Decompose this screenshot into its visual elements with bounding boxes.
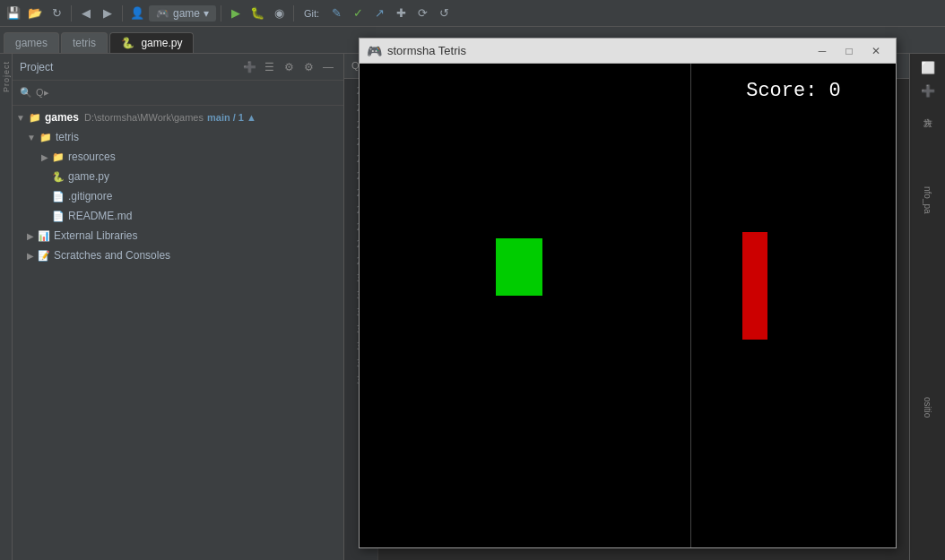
project-list-btn[interactable]: ☰ xyxy=(261,59,277,75)
left-panel-strip: Project xyxy=(0,54,13,560)
tetris-minimize-btn[interactable]: ─ xyxy=(810,42,835,60)
tab-tetris[interactable]: tetris xyxy=(61,32,108,53)
right-panel-add-btn[interactable]: ➕ xyxy=(918,81,938,100)
tree-tetris-folder[interactable]: ▼ 📁 tetris xyxy=(13,127,343,147)
back-icon[interactable]: ◀ xyxy=(76,4,96,23)
project-panel-title: Project xyxy=(20,61,238,73)
tree-resources-label: resources xyxy=(68,151,116,163)
tab-gamepy-label: game.py xyxy=(141,37,182,49)
project-vertical-tab[interactable]: Project xyxy=(2,61,11,92)
file-tree: ▼ 📁 games D:\stormsha\MWork\games main /… xyxy=(13,106,343,560)
game-dropdown-icon: 🎮 xyxy=(156,7,169,20)
tetris-window-buttons: ─ □ ✕ xyxy=(810,42,889,60)
toolbar-sep-3 xyxy=(221,5,221,22)
tetris-title-icon: 🎮 xyxy=(367,44,382,58)
tab-games[interactable]: games xyxy=(4,32,59,53)
tree-resources-folder[interactable]: ▶ 📁 resources xyxy=(13,147,343,167)
tree-root-games-arrow: ▼ xyxy=(16,113,25,123)
tree-gitignore[interactable]: ▶ 📄 .gitignore xyxy=(13,186,343,206)
tree-gitignore-label: .gitignore xyxy=(68,190,112,202)
tetris-info-area: Score: 0 xyxy=(691,64,896,547)
tree-external-libs-icon: 📊 xyxy=(38,230,50,242)
game-dropdown-arrow: ▾ xyxy=(204,7,209,20)
tree-external-libs-arrow: ▶ xyxy=(27,231,34,241)
tetris-maximize-btn[interactable]: □ xyxy=(837,42,862,60)
project-add-btn[interactable]: ➕ xyxy=(241,59,257,75)
tetris-titlebar[interactable]: 🎮 stormsha Tetris ─ □ ✕ xyxy=(360,39,896,64)
tree-scratches[interactable]: ▶ 📝 Scratches and Consoles xyxy=(13,246,343,265)
tetris-red-block xyxy=(742,232,767,340)
coverage-icon[interactable]: ◉ xyxy=(269,4,289,23)
vcs-check-icon[interactable]: ✓ xyxy=(348,4,368,23)
tetris-green-block xyxy=(496,238,542,296)
tree-external-libs-label: External Libraries xyxy=(54,229,137,242)
run-icon[interactable]: ▶ xyxy=(226,4,246,23)
tetris-score: Score: 0 xyxy=(746,80,841,102)
search-icon: 🔍 xyxy=(20,87,32,99)
right-panel-expand-btn[interactable]: ⬜ xyxy=(918,57,938,77)
tree-root-games[interactable]: ▼ 📁 games D:\stormsha\MWork\games main /… xyxy=(13,108,343,127)
toolbar-sep-2 xyxy=(122,5,123,22)
project-panel-toolbar: Project ➕ ☰ ⚙ ⚙ — xyxy=(13,54,343,81)
tree-external-libs[interactable]: ▶ 📊 External Libraries xyxy=(13,226,343,246)
vcs-edit-icon[interactable]: ✎ xyxy=(326,4,346,23)
tree-scratches-arrow: ▶ xyxy=(27,251,34,261)
tetris-game-area[interactable] xyxy=(360,64,691,547)
vcs-add-icon[interactable]: ✚ xyxy=(391,4,411,23)
user-icon[interactable]: 👤 xyxy=(127,4,147,23)
tree-readme-label: README.md xyxy=(68,210,132,222)
tree-gamepy[interactable]: ▶ 🐍 game.py xyxy=(13,167,343,186)
tree-gamepy-label: game.py xyxy=(68,170,109,183)
forward-icon[interactable]: ▶ xyxy=(98,4,117,23)
open-icon[interactable]: 📂 xyxy=(25,4,45,23)
project-cog-btn[interactable]: ⚙ xyxy=(300,59,316,75)
tree-gitignore-icon: 📄 xyxy=(52,191,65,202)
tetris-title-text: stormsha Tetris xyxy=(387,44,810,57)
tree-readme-icon: 📄 xyxy=(52,211,65,222)
tree-tetris-folder-icon: 📁 xyxy=(39,132,52,143)
tetris-body: Score: 0 xyxy=(360,64,896,547)
project-minimize-btn[interactable]: — xyxy=(320,59,336,75)
toolbar-sep-1 xyxy=(71,5,72,22)
save-icon[interactable]: 💾 xyxy=(4,4,23,23)
refresh-icon[interactable]: ↻ xyxy=(47,4,66,23)
tree-root-games-folder-icon: 📁 xyxy=(29,112,41,124)
tree-root-games-path: D:\stormsha\MWork\games xyxy=(84,112,204,123)
search-hint: Q▸ xyxy=(36,87,49,99)
right-panel: ⬜ ➕ 方块 nfo_pa ositio xyxy=(909,54,945,560)
game-dropdown[interactable]: 🎮 game ▾ xyxy=(149,5,216,22)
tree-resources-folder-icon: 📁 xyxy=(52,151,65,163)
tree-gamepy-icon: 🐍 xyxy=(52,171,65,183)
vcs-revert-icon[interactable]: ↺ xyxy=(434,4,454,23)
tab-games-label: games xyxy=(15,37,48,49)
toolbar-sep-4 xyxy=(293,5,294,22)
tree-tetris-arrow: ▼ xyxy=(27,133,36,142)
project-search-row: 🔍 Q▸ xyxy=(13,81,343,106)
project-panel: Project ➕ ☰ ⚙ ⚙ — 🔍 Q▸ ▼ 📁 games D:\stor… xyxy=(13,54,344,560)
top-toolbar: 💾 📂 ↻ ◀ ▶ 👤 🎮 game ▾ ▶ 🐛 ◉ Git: ✎ ✓ ↗ ✚ … xyxy=(0,0,945,27)
tetris-close-btn[interactable]: ✕ xyxy=(863,42,889,60)
tab-gamepy-icon: 🐍 xyxy=(121,37,134,49)
debug-icon[interactable]: 🐛 xyxy=(247,4,267,23)
tree-root-games-label: games xyxy=(45,111,79,124)
right-panel-text3: ositio xyxy=(923,397,932,418)
tree-root-games-branch: main / 1 ▲ xyxy=(207,112,256,123)
tree-readme[interactable]: ▶ 📄 README.md xyxy=(13,206,343,226)
tree-resources-arrow: ▶ xyxy=(41,152,48,162)
project-filter-btn[interactable]: ⚙ xyxy=(281,59,297,75)
vcs-history-icon[interactable]: ⟳ xyxy=(412,4,432,23)
tree-tetris-label: tetris xyxy=(56,131,79,143)
tetris-window: 🎮 stormsha Tetris ─ □ ✕ Score: 0 xyxy=(359,38,897,548)
tree-scratches-icon: 📝 xyxy=(38,250,50,262)
vcs-push-icon[interactable]: ↗ xyxy=(369,4,389,23)
right-panel-text2: nfo_pa xyxy=(923,186,932,214)
tree-scratches-label: Scratches and Consoles xyxy=(54,249,170,262)
game-dropdown-label: game xyxy=(173,7,200,20)
tab-tetris-label: tetris xyxy=(73,37,96,49)
tab-gamepy[interactable]: 🐍 game.py xyxy=(109,32,194,53)
vcs-label[interactable]: Git: xyxy=(299,6,325,21)
